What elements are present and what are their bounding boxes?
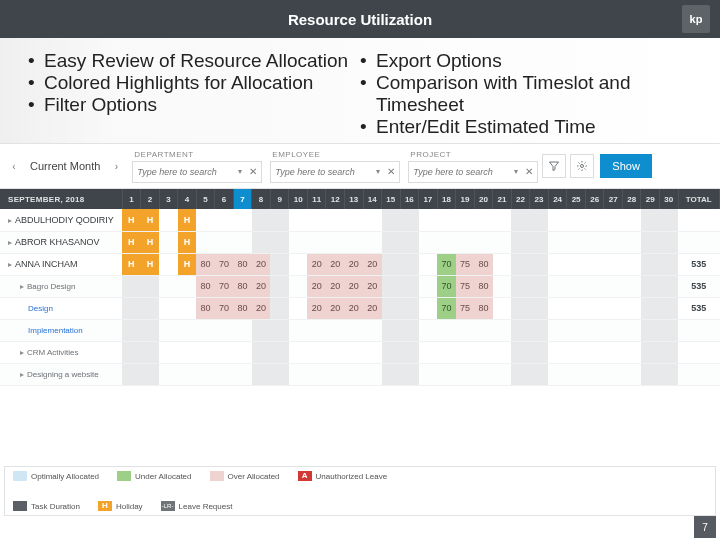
grid-cell[interactable]: [474, 341, 493, 363]
grid-cell[interactable]: [474, 231, 493, 253]
grid-cell[interactable]: [419, 209, 438, 231]
grid-cell[interactable]: H: [178, 209, 197, 231]
period-prev-button[interactable]: ‹: [6, 151, 22, 181]
grid-cell[interactable]: [567, 319, 586, 341]
grid-cell[interactable]: [326, 231, 345, 253]
grid-cell[interactable]: [493, 231, 512, 253]
grid-cell[interactable]: [233, 209, 252, 231]
day-header[interactable]: 9: [270, 189, 289, 209]
grid-cell[interactable]: [660, 319, 679, 341]
grid-cell[interactable]: [382, 275, 401, 297]
grid-cell[interactable]: [382, 363, 401, 385]
grid-cell[interactable]: [474, 209, 493, 231]
grid-cell[interactable]: [567, 209, 586, 231]
clear-icon[interactable]: ✕: [383, 166, 399, 177]
grid-cell[interactable]: [622, 231, 641, 253]
grid-cell[interactable]: H: [178, 231, 197, 253]
grid-cell[interactable]: [511, 297, 530, 319]
chevron-down-icon[interactable]: ▾: [511, 167, 521, 176]
grid-cell[interactable]: [215, 209, 234, 231]
grid-cell[interactable]: [270, 341, 289, 363]
grid-cell[interactable]: [419, 363, 438, 385]
grid-cell[interactable]: [641, 319, 660, 341]
grid-cell[interactable]: [493, 275, 512, 297]
clear-icon[interactable]: ✕: [245, 166, 261, 177]
grid-cell[interactable]: [585, 253, 604, 275]
grid-cell[interactable]: 20: [307, 253, 326, 275]
grid-cell[interactable]: [289, 363, 308, 385]
project-input[interactable]: [409, 167, 511, 177]
row-name[interactable]: ▸ABDULHODIY QODIRIY: [0, 209, 122, 231]
grid-cell[interactable]: [215, 341, 234, 363]
row-name[interactable]: ▸ANNA INCHAM: [0, 253, 122, 275]
grid-cell[interactable]: 20: [307, 297, 326, 319]
chevron-down-icon[interactable]: ▾: [373, 167, 383, 176]
grid-cell[interactable]: [289, 231, 308, 253]
grid-cell[interactable]: [548, 275, 567, 297]
grid-cell[interactable]: [419, 253, 438, 275]
grid-cell[interactable]: [141, 319, 160, 341]
day-header[interactable]: 28: [622, 189, 641, 209]
grid-cell[interactable]: [344, 319, 363, 341]
grid-cell[interactable]: [215, 231, 234, 253]
grid-cell[interactable]: [530, 319, 549, 341]
day-header[interactable]: 18: [437, 189, 456, 209]
grid-cell[interactable]: [660, 253, 679, 275]
grid-cell[interactable]: [437, 209, 456, 231]
grid-cell[interactable]: [141, 363, 160, 385]
grid-cell[interactable]: [196, 363, 215, 385]
grid-cell[interactable]: [641, 253, 660, 275]
grid-cell[interactable]: [326, 341, 345, 363]
grid-cell[interactable]: [567, 231, 586, 253]
grid-cell[interactable]: [159, 275, 178, 297]
grid-cell[interactable]: [382, 253, 401, 275]
grid-cell[interactable]: [363, 363, 382, 385]
grid-cell[interactable]: [289, 209, 308, 231]
grid-cell[interactable]: [641, 341, 660, 363]
grid-cell[interactable]: [233, 341, 252, 363]
grid-cell[interactable]: [660, 275, 679, 297]
grid-cell[interactable]: [604, 275, 623, 297]
day-header[interactable]: 30: [660, 189, 679, 209]
row-name[interactable]: Implementation: [0, 319, 122, 341]
grid-cell[interactable]: [548, 363, 567, 385]
grid-cell[interactable]: [641, 209, 660, 231]
grid-cell[interactable]: [604, 341, 623, 363]
grid-cell[interactable]: 80: [196, 253, 215, 275]
grid-cell[interactable]: H: [122, 209, 141, 231]
day-header[interactable]: 7: [233, 189, 252, 209]
grid-cell[interactable]: 20: [363, 253, 382, 275]
grid-cell[interactable]: 80: [474, 275, 493, 297]
grid-cell[interactable]: [548, 253, 567, 275]
grid-cell[interactable]: [252, 341, 271, 363]
grid-cell[interactable]: 20: [344, 253, 363, 275]
grid-cell[interactable]: 20: [363, 275, 382, 297]
department-input[interactable]: [133, 167, 235, 177]
grid-cell[interactable]: [530, 341, 549, 363]
grid-cell[interactable]: [437, 363, 456, 385]
grid-cell[interactable]: [159, 341, 178, 363]
grid-cell[interactable]: [178, 341, 197, 363]
grid-cell[interactable]: 80: [196, 297, 215, 319]
grid-cell[interactable]: [622, 297, 641, 319]
grid-cell[interactable]: 20: [344, 297, 363, 319]
grid-cell[interactable]: [307, 363, 326, 385]
row-name[interactable]: ▸CRM Activities: [0, 341, 122, 363]
day-header[interactable]: 2: [141, 189, 160, 209]
grid-cell[interactable]: 80: [233, 275, 252, 297]
grid-cell[interactable]: [567, 275, 586, 297]
grid-cell[interactable]: [363, 209, 382, 231]
grid-cell[interactable]: [159, 297, 178, 319]
grid-cell[interactable]: [307, 231, 326, 253]
grid-cell[interactable]: [215, 363, 234, 385]
grid-cell[interactable]: [344, 341, 363, 363]
grid-cell[interactable]: [363, 341, 382, 363]
grid-cell[interactable]: [141, 297, 160, 319]
grid-cell[interactable]: [622, 275, 641, 297]
grid-cell[interactable]: [567, 253, 586, 275]
grid-cell[interactable]: 20: [252, 253, 271, 275]
grid-cell[interactable]: 20: [344, 275, 363, 297]
grid-cell[interactable]: 70: [215, 275, 234, 297]
grid-cell[interactable]: [567, 297, 586, 319]
grid-cell[interactable]: [233, 319, 252, 341]
